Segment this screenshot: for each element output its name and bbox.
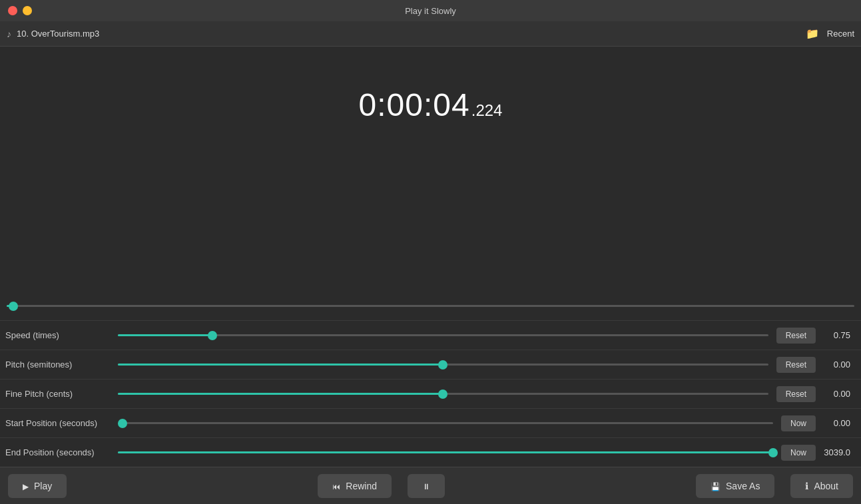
reset-button-fine-pitch[interactable]: Reset bbox=[776, 386, 816, 402]
window-controls bbox=[8, 6, 32, 15]
pause-icon bbox=[422, 481, 430, 491]
controls-section: Speed (times)Reset0.75Pitch (semitones)R… bbox=[0, 320, 861, 467]
toolbar-center: Rewind bbox=[75, 474, 688, 498]
slider-fill-speed bbox=[118, 334, 212, 336]
toolbar-right: Save As About bbox=[688, 474, 861, 498]
control-row-fine-pitch: Fine Pitch (cents)Reset0.00 bbox=[0, 379, 861, 408]
timer-display: 0:00:04 .224 bbox=[359, 87, 503, 123]
control-row-start-pos: Start Position (seconds)Now0.00 bbox=[0, 408, 861, 437]
now-button-end-pos[interactable]: Now bbox=[781, 445, 816, 461]
timer-main: 0:00:04 bbox=[359, 87, 470, 123]
slider-fill-fine-pitch bbox=[118, 393, 443, 395]
now-button-start-pos[interactable]: Now bbox=[781, 415, 816, 431]
control-value-end-pos: 3039.0 bbox=[816, 447, 856, 457]
slider-fill-end-pos bbox=[118, 451, 773, 453]
slider-container-speed[interactable] bbox=[115, 329, 771, 342]
slider-thumb-fine-pitch[interactable] bbox=[438, 389, 447, 399]
folder-icon[interactable]: 📁 bbox=[806, 27, 819, 40]
timer-milliseconds: .224 bbox=[471, 101, 503, 120]
slider-container-pitch[interactable] bbox=[115, 358, 771, 372]
control-label-pitch: Pitch (semitones) bbox=[5, 360, 115, 370]
slider-container-fine-pitch[interactable] bbox=[115, 387, 771, 401]
control-value-start-pos: 0.00 bbox=[816, 418, 856, 428]
slider-container-start-pos[interactable] bbox=[115, 417, 776, 430]
info-icon bbox=[805, 481, 808, 491]
slider-thumb-speed[interactable] bbox=[208, 331, 217, 340]
toolbar-left: Play bbox=[0, 474, 75, 498]
slider-thumb-pitch[interactable] bbox=[438, 360, 447, 370]
close-button[interactable] bbox=[8, 6, 17, 15]
control-label-start-pos: Start Position (seconds) bbox=[5, 418, 115, 428]
reset-button-pitch[interactable]: Reset bbox=[776, 357, 816, 373]
progress-area bbox=[0, 305, 861, 307]
save-as-button[interactable]: Save As bbox=[696, 474, 774, 498]
about-button[interactable]: About bbox=[790, 474, 853, 498]
slider-track-start-pos[interactable] bbox=[118, 422, 773, 424]
control-row-speed: Speed (times)Reset0.75 bbox=[0, 320, 861, 350]
bottom-toolbar: Play Rewind Save As About bbox=[0, 467, 861, 504]
play-label: Play bbox=[34, 481, 52, 491]
rewind-button[interactable]: Rewind bbox=[318, 474, 392, 498]
control-label-end-pos: End Position (seconds) bbox=[5, 447, 115, 457]
control-row-end-pos: End Position (seconds)Now3039.0 bbox=[0, 437, 861, 467]
recent-button[interactable]: Recent bbox=[827, 29, 854, 39]
titlebar: Play it Slowly bbox=[0, 0, 861, 21]
main-area: 0:00:04 .224 bbox=[0, 47, 861, 305]
slider-track-speed[interactable] bbox=[118, 334, 768, 336]
slider-track-end-pos[interactable] bbox=[118, 451, 773, 453]
music-icon: ♪ bbox=[7, 29, 11, 39]
filebar: ♪ 10. OverTourism.mp3 📁 Recent bbox=[0, 21, 861, 47]
control-label-fine-pitch: Fine Pitch (cents) bbox=[5, 389, 115, 399]
control-value-speed: 0.75 bbox=[816, 330, 856, 340]
app-title: Play it Slowly bbox=[405, 6, 456, 16]
save-icon bbox=[711, 481, 720, 491]
progress-track[interactable] bbox=[7, 305, 854, 307]
slider-track-fine-pitch[interactable] bbox=[118, 393, 768, 395]
minimize-button[interactable] bbox=[23, 6, 32, 15]
rewind-icon bbox=[332, 481, 340, 491]
save-as-label: Save As bbox=[726, 481, 760, 491]
control-label-speed: Speed (times) bbox=[5, 330, 115, 340]
slider-thumb-start-pos[interactable] bbox=[118, 419, 127, 428]
control-value-pitch: 0.00 bbox=[816, 360, 856, 370]
slider-track-pitch[interactable] bbox=[118, 364, 768, 366]
slider-container-end-pos[interactable] bbox=[115, 446, 776, 459]
rewind-label: Rewind bbox=[346, 481, 377, 491]
pause-button[interactable] bbox=[408, 474, 445, 498]
progress-thumb[interactable] bbox=[9, 302, 18, 311]
slider-thumb-end-pos[interactable] bbox=[768, 448, 778, 457]
control-value-fine-pitch: 0.00 bbox=[816, 389, 856, 399]
slider-fill-pitch bbox=[118, 364, 443, 366]
control-row-pitch: Pitch (semitones)Reset0.00 bbox=[0, 350, 861, 379]
play-icon bbox=[23, 481, 29, 491]
reset-button-speed[interactable]: Reset bbox=[776, 328, 816, 344]
play-button[interactable]: Play bbox=[8, 474, 67, 498]
filename: 10. OverTourism.mp3 bbox=[17, 29, 806, 39]
about-label: About bbox=[814, 481, 838, 491]
